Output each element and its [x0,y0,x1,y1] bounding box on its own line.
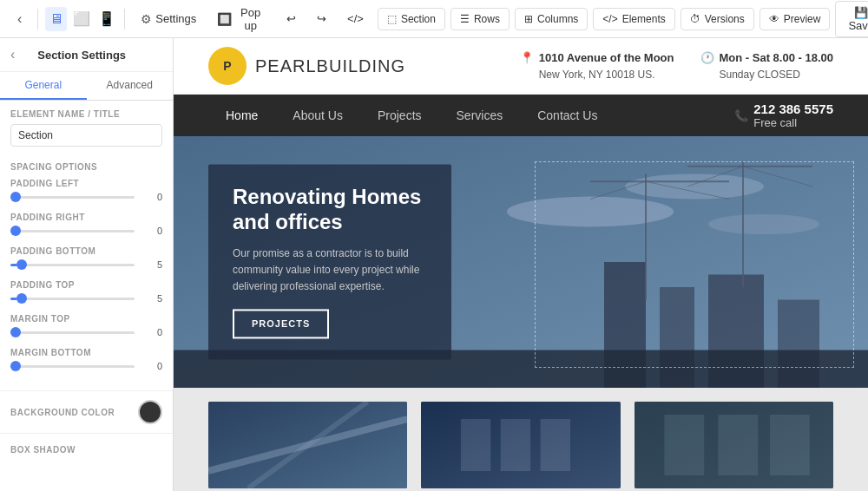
redo-button[interactable]: ↪ [308,8,335,29]
code-icon: </> [347,12,364,25]
nav-about[interactable]: About Us [275,95,360,136]
clock-icon: 🕐 [700,51,714,64]
image-card-1 [208,402,407,488]
toolbar-left: ‹ 🖥 ⬜ 📱 ⚙ Settings 🔲 Pop up ↩ ↪ </> [9,2,372,36]
padding-right-label: PADDING RIGHT [10,213,162,222]
color-swatch[interactable] [138,400,162,424]
address-line1: 1010 Avenue of the Moon [539,49,674,67]
padding-top-row: PADDING TOP 5 [10,280,162,304]
spacing-label: Spacing Options [10,162,162,172]
bg-color-row: BACKGROUND COLOR [10,400,162,424]
padding-right-row: PADDING RIGHT 0 [10,213,162,236]
location-icon: 📍 [520,51,534,64]
sidebar-header: ‹ Section Settings [0,38,173,72]
website-preview: P PEARLBUILDING 📍 1010 Avenue of the Moo… [174,38,868,491]
padding-top-value: 5 [141,293,162,304]
margin-top-value: 0 [141,327,162,337]
nav-projects[interactable]: Projects [360,95,439,136]
tab-general[interactable]: General [0,72,87,100]
image-2-svg [421,402,620,488]
svg-rect-29 [770,415,810,475]
site-logo: P PEARLBUILDING [208,47,405,85]
margin-bottom-value: 0 [141,361,162,371]
toolbar-right: ⏱ Versions 👁 Preview 💾 Save ⊞ [681,1,868,37]
save-button[interactable]: 💾 Save [835,1,868,37]
hero-cta-button[interactable]: PROJECTS [233,310,329,339]
phone-sub: Free call [753,116,797,129]
save-icon: 💾 [854,6,868,19]
margin-top-slider[interactable] [10,331,135,334]
sidebar-close-button[interactable]: ‹ [10,47,15,62]
padding-top-slider[interactable] [10,298,135,300]
padding-right-value: 0 [141,226,162,236]
undo-button[interactable]: ↩ [278,8,305,29]
hero-content: Renovating Homes and offices Our promise… [208,164,451,359]
section-button[interactable]: ⬚ Section [378,8,445,30]
svg-rect-28 [718,415,758,475]
box-shadow-section: BOX SHADOW [0,433,173,463]
svg-point-5 [708,214,819,234]
nav-contact[interactable]: Contact Us [520,95,615,136]
rows-button[interactable]: ☰ Rows [450,8,510,30]
hours-line1: Mon - Sat 8.00 - 18.00 [720,49,834,67]
images-section [174,388,868,491]
device-tablet-button[interactable]: ⬜ [70,7,92,31]
settings-button[interactable]: ⚙ Settings [132,8,205,30]
logo-icon: P [208,47,247,85]
padding-left-slider[interactable] [10,196,135,199]
logo-svg: P [216,55,239,77]
device-desktop-button[interactable]: 🖥 [45,7,67,31]
svg-point-3 [507,197,674,227]
margin-bottom-label: MARGIN BOTTOM [10,348,162,357]
svg-rect-27 [664,415,704,475]
sidebar: ‹ Section Settings General Advanced ELEM… [0,38,174,491]
padding-left-label: PADDING LEFT [10,179,162,188]
toolbar-separator-1 [37,9,38,29]
hero-section: Renovating Homes and offices Our promise… [174,136,868,388]
padding-right-slider[interactable] [10,230,135,232]
versions-button[interactable]: ⏱ Versions [681,8,754,30]
hours-text: Mon - Sat 8.00 - 18.00 Sunday CLOSED [720,49,834,82]
svg-rect-24 [501,419,530,471]
margin-bottom-slider[interactable] [10,365,135,368]
code-button[interactable]: </> [339,8,372,29]
phone-icon: 📞 [734,109,748,122]
popup-button[interactable]: 🔲 Pop up [208,2,274,36]
toolbar-center: ⬚ Section ☰ Rows ⊞ Columns </> Elements [378,8,675,30]
nav-links: Home About Us Projects Services Contact … [208,95,615,136]
bg-color-section: BACKGROUND COLOR [0,390,173,433]
hero-title: Renovating Homes and offices [233,185,427,235]
settings-icon: ⚙ [141,12,152,26]
tab-advanced[interactable]: Advanced [87,72,174,100]
hero-description: Our promise as a contractor is to build … [233,245,427,296]
columns-button[interactable]: ⊞ Columns [515,8,588,30]
padding-left-value: 0 [141,192,162,202]
box-shadow-label: BOX SHADOW [10,445,76,455]
elements-button[interactable]: </> Elements [593,8,674,30]
padding-left-slider-row: 0 [10,192,162,202]
rows-icon: ☰ [460,13,470,25]
popup-icon: 🔲 [217,12,232,26]
image-card-2 [421,402,620,488]
site-nav: Home About Us Projects Services Contact … [174,95,868,136]
sidebar-tabs: General Advanced [0,72,173,101]
margin-top-label: MARGIN TOP [10,314,162,324]
padding-bottom-slider-row: 5 [10,259,162,270]
preview-area: P PEARLBUILDING 📍 1010 Avenue of the Moo… [174,38,868,491]
padding-bottom-label: PADDING BOTTOM [10,246,162,256]
margin-top-slider-row: 0 [10,327,162,337]
padding-right-slider-row: 0 [10,226,162,236]
element-name-input[interactable] [10,124,162,147]
address-text: 1010 Avenue of the Moon New York, NY 100… [539,49,674,82]
padding-top-label: PADDING TOP [10,280,162,290]
columns-icon: ⊞ [524,13,533,25]
preview-button[interactable]: 👁 Preview [760,8,831,30]
svg-rect-23 [461,419,490,471]
device-mobile-button[interactable]: 📱 [95,7,117,31]
nav-home[interactable]: Home [208,95,275,136]
svg-text:P: P [223,59,231,73]
back-button[interactable]: ‹ [9,7,30,31]
image-card-3 [635,402,833,488]
padding-bottom-slider[interactable] [10,264,135,266]
nav-services[interactable]: Services [439,95,521,136]
